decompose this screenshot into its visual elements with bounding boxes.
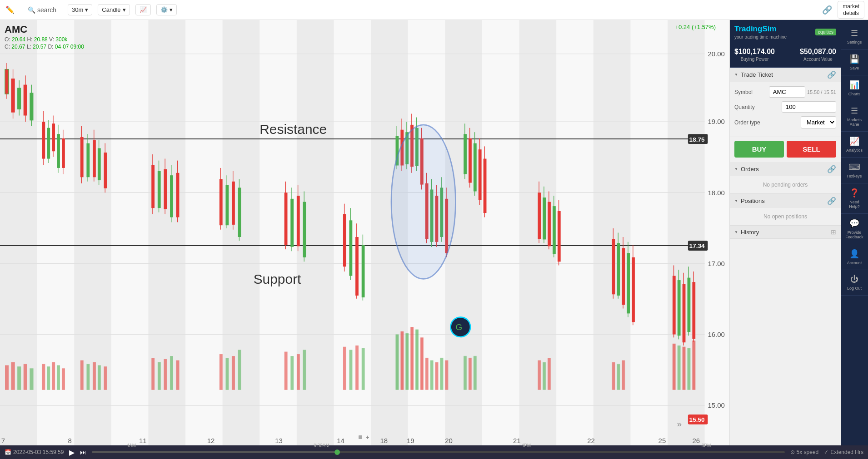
sidebar-item-charts[interactable]: 📊 Charts bbox=[841, 75, 868, 101]
sidebar-item-logout[interactable]: ⏻ Log Out bbox=[841, 270, 868, 296]
svg-rect-156 bbox=[80, 360, 84, 390]
timeframe-arrow: ▾ bbox=[85, 6, 88, 13]
chart-type-selector[interactable]: Candle ▾ bbox=[98, 4, 130, 15]
search-label: search bbox=[37, 6, 56, 14]
close-value: 20.67 bbox=[11, 44, 25, 50]
grid-icon[interactable]: ⊞ bbox=[831, 228, 836, 236]
sidebar-item-analytics[interactable]: 📈 Analytics bbox=[841, 132, 868, 158]
svg-rect-157 bbox=[86, 364, 90, 390]
orders-header[interactable]: Orders 🔗 bbox=[730, 162, 841, 176]
calendar-icon: 📅 bbox=[5, 449, 11, 455]
market-details-button[interactable]: marketdetails bbox=[838, 1, 864, 19]
resistance-label: Resistance bbox=[259, 122, 327, 137]
buy-button[interactable]: BUY bbox=[734, 141, 784, 158]
buy-sell-row: BUY SELL bbox=[730, 141, 841, 162]
draw-icon[interactable]: ✏️ bbox=[4, 4, 16, 16]
no-orders-msg: No pending orders bbox=[730, 176, 841, 193]
line-study-button[interactable]: 📈 bbox=[135, 4, 151, 15]
sidebar-item-account[interactable]: 👤 Account bbox=[841, 244, 868, 270]
price-level-20: 20.00 bbox=[708, 50, 724, 58]
svg-rect-169 bbox=[238, 350, 241, 390]
tagline: your trading time machine bbox=[734, 35, 787, 39]
svg-rect-194 bbox=[548, 358, 551, 390]
play-button[interactable]: ▶ bbox=[69, 448, 75, 457]
sidebar-item-feedback[interactable]: 💬 ProvideFeedback bbox=[841, 214, 868, 244]
svg-text:14: 14 bbox=[337, 437, 344, 444]
price-level-16: 16.00 bbox=[708, 331, 724, 338]
timeline[interactable]: 4AM 9:30AM 4PM 8PM bbox=[92, 451, 784, 453]
sidebar-item-save[interactable]: 💾 Save bbox=[841, 49, 868, 75]
sidebar-item-help[interactable]: ❓ NeedHelp? bbox=[841, 183, 868, 214]
svg-text:18: 18 bbox=[380, 437, 388, 444]
settings-arrow: ▾ bbox=[170, 6, 173, 13]
svg-text:15.50: 15.50 bbox=[689, 416, 705, 423]
history-icons: ⊞ bbox=[831, 228, 836, 236]
svg-rect-196 bbox=[617, 364, 620, 390]
charts-icon: 📊 bbox=[849, 80, 859, 90]
timeline-marker[interactable] bbox=[334, 449, 340, 455]
svg-rect-79 bbox=[355, 237, 359, 296]
speed-selector[interactable]: ⊙ 5x speed bbox=[790, 449, 819, 455]
time-label-930am: 9:30AM bbox=[314, 443, 329, 448]
svg-rect-182 bbox=[415, 330, 419, 390]
svg-rect-5 bbox=[297, 20, 334, 445]
svg-rect-192 bbox=[538, 360, 541, 390]
svg-rect-163 bbox=[164, 359, 167, 390]
help-label: NeedHelp? bbox=[849, 200, 860, 209]
gear-icon: ⚙️ bbox=[160, 6, 168, 13]
history-header[interactable]: History ⊞ bbox=[730, 226, 841, 238]
quantity-input[interactable] bbox=[782, 101, 836, 113]
sell-button[interactable]: SELL bbox=[787, 141, 836, 158]
markets-icon: ☰ bbox=[851, 106, 858, 116]
svg-rect-180 bbox=[405, 333, 409, 390]
search-button[interactable]: 🔍 search bbox=[28, 6, 56, 14]
settings-button[interactable]: ⚙️ ▾ bbox=[156, 4, 177, 15]
datetime-value: 2022-05-03 15:59:59 bbox=[13, 449, 64, 455]
svg-rect-188 bbox=[445, 360, 448, 390]
speed-value: 5x speed bbox=[797, 449, 819, 455]
svg-rect-185 bbox=[430, 360, 434, 390]
account-value-block: $50,087.00 Account Value bbox=[800, 48, 836, 62]
svg-rect-179 bbox=[400, 331, 404, 390]
sidebar-item-settings[interactable]: ☰ Settings bbox=[841, 24, 868, 49]
account-value-amount: $50,087.00 bbox=[800, 48, 836, 56]
ohlcv-line-2: C: 20.67 L: 20.57 D: 04-07 09:00 bbox=[5, 44, 84, 50]
order-type-select[interactable]: Market Limit Stop bbox=[801, 116, 836, 128]
symbol-price: 15.50 / 15.51 bbox=[807, 89, 836, 95]
equities-badge: equities bbox=[815, 29, 836, 35]
high-label: H: bbox=[27, 36, 34, 43]
svg-rect-184 bbox=[425, 358, 429, 390]
price-change: +0.24 (+1.57%) bbox=[675, 24, 716, 30]
orders-link[interactable]: 🔗 bbox=[827, 165, 836, 173]
sidebar-item-hotkeys[interactable]: ⌨ Hotkeys bbox=[841, 158, 868, 183]
svg-text:»: » bbox=[677, 419, 682, 429]
svg-rect-155 bbox=[62, 368, 65, 390]
svg-rect-164 bbox=[170, 356, 173, 390]
svg-text:12: 12 bbox=[207, 437, 215, 444]
svg-rect-174 bbox=[343, 347, 346, 390]
svg-rect-166 bbox=[219, 354, 223, 390]
sidebar-item-markets[interactable]: ☰ MarketsPane bbox=[841, 101, 868, 132]
price-level-18: 18.00 bbox=[708, 189, 724, 197]
chart-container: AMC O: 20.64 H: 20.88 V: 300k C: 20.67 L… bbox=[0, 20, 729, 445]
buying-power-amount: $100,174.00 bbox=[734, 48, 775, 56]
zoom-plus[interactable]: + bbox=[364, 434, 371, 441]
date-label: D: bbox=[48, 44, 55, 50]
positions-header[interactable]: Positions 🔗 bbox=[730, 194, 841, 208]
skip-button[interactable]: ⏭ bbox=[80, 449, 86, 456]
svg-rect-77 bbox=[349, 220, 352, 276]
chart-svg: Resistance Support bbox=[0, 20, 729, 445]
orders-section: Orders 🔗 No pending orders bbox=[730, 162, 841, 194]
symbol-input[interactable] bbox=[769, 86, 805, 98]
link-icon[interactable]: 🔗 bbox=[822, 5, 832, 15]
trade-ticket-link[interactable]: 🔗 bbox=[827, 70, 836, 79]
support-label: Support bbox=[254, 271, 301, 286]
trade-ticket-header[interactable]: Trade Ticket 🔗 bbox=[730, 68, 841, 82]
history-section: History ⊞ bbox=[730, 226, 841, 239]
scroll-handle[interactable] bbox=[359, 435, 362, 439]
svg-point-105 bbox=[391, 125, 455, 279]
timeframe-selector[interactable]: 30m ▾ bbox=[68, 4, 92, 15]
extended-hrs[interactable]: ✓ Extended Hrs bbox=[824, 449, 863, 455]
positions-link[interactable]: 🔗 bbox=[827, 197, 836, 205]
svg-rect-187 bbox=[440, 358, 443, 390]
